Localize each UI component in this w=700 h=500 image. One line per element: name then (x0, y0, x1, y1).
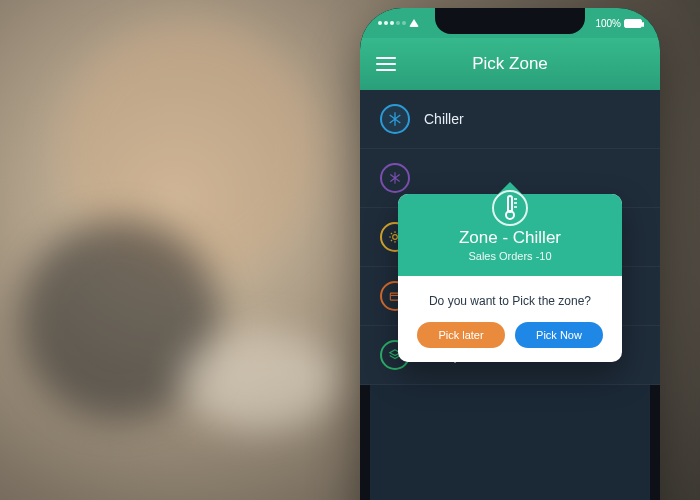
battery-percent: 100% (595, 18, 621, 29)
zone-label: Chiller (424, 111, 464, 127)
signal-icon (378, 21, 406, 25)
svg-point-0 (393, 235, 398, 240)
dialog-body: Do you want to Pick the zone? Pick later… (398, 276, 622, 362)
svg-rect-3 (508, 196, 512, 212)
wifi-icon (409, 19, 419, 27)
device-notch (435, 8, 585, 34)
snowflake-icon (380, 104, 410, 134)
app-bar: Pick Zone (360, 38, 660, 90)
battery-icon (624, 19, 642, 28)
pick-later-button[interactable]: Pick later (417, 322, 505, 348)
zone-row-chiller[interactable]: Chiller (360, 90, 660, 149)
dialog-title: Zone - Chiller (408, 228, 612, 248)
pick-now-button[interactable]: Pick Now (515, 322, 603, 348)
dialog-header: Zone - Chiller Sales Orders -10 (398, 194, 622, 276)
dialog-subtitle: Sales Orders -10 (408, 250, 612, 262)
menu-icon[interactable] (376, 57, 396, 71)
snowflake-icon (380, 163, 410, 193)
thermometer-icon (490, 188, 530, 228)
background-blur (180, 330, 340, 430)
page-title: Pick Zone (472, 54, 548, 74)
phone-frame: 12:00 100% Pick Zone Chiller (360, 8, 660, 500)
dialog-question: Do you want to Pick the zone? (410, 294, 610, 308)
pick-zone-dialog: Zone - Chiller Sales Orders -10 Do you w… (398, 194, 622, 362)
